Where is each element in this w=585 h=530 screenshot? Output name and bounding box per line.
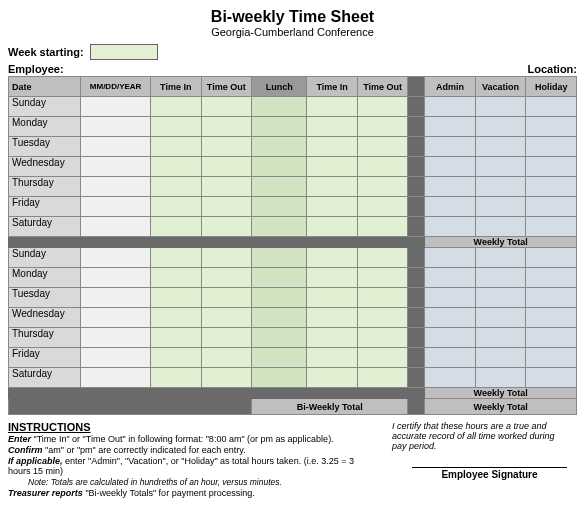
- lunch-cell[interactable]: [252, 117, 307, 137]
- lunch-cell[interactable]: [252, 368, 307, 388]
- date-cell[interactable]: [81, 137, 151, 157]
- time-out-1[interactable]: [201, 97, 252, 117]
- vacation-cell[interactable]: [475, 368, 526, 388]
- admin-cell[interactable]: [425, 248, 476, 268]
- time-in-1[interactable]: [150, 328, 201, 348]
- time-out-1[interactable]: [201, 348, 252, 368]
- vacation-cell[interactable]: [475, 328, 526, 348]
- holiday-cell[interactable]: [526, 268, 577, 288]
- admin-cell[interactable]: [425, 117, 476, 137]
- admin-cell[interactable]: [425, 97, 476, 117]
- time-out-2[interactable]: [357, 368, 408, 388]
- time-out-2[interactable]: [357, 288, 408, 308]
- admin-cell[interactable]: [425, 308, 476, 328]
- time-in-2[interactable]: [307, 137, 358, 157]
- time-out-1[interactable]: [201, 137, 252, 157]
- time-in-2[interactable]: [307, 268, 358, 288]
- lunch-cell[interactable]: [252, 217, 307, 237]
- vacation-cell[interactable]: [475, 97, 526, 117]
- time-in-2[interactable]: [307, 248, 358, 268]
- vacation-cell[interactable]: [475, 268, 526, 288]
- vacation-cell[interactable]: [475, 217, 526, 237]
- time-out-1[interactable]: [201, 308, 252, 328]
- admin-cell[interactable]: [425, 197, 476, 217]
- date-cell[interactable]: [81, 328, 151, 348]
- time-out-2[interactable]: [357, 197, 408, 217]
- time-out-1[interactable]: [201, 177, 252, 197]
- time-out-1[interactable]: [201, 268, 252, 288]
- holiday-cell[interactable]: [526, 117, 577, 137]
- date-cell[interactable]: [81, 248, 151, 268]
- time-out-2[interactable]: [357, 217, 408, 237]
- vacation-cell[interactable]: [475, 177, 526, 197]
- lunch-cell[interactable]: [252, 248, 307, 268]
- vacation-cell[interactable]: [475, 288, 526, 308]
- date-cell[interactable]: [81, 97, 151, 117]
- time-out-1[interactable]: [201, 117, 252, 137]
- admin-cell[interactable]: [425, 157, 476, 177]
- lunch-cell[interactable]: [252, 328, 307, 348]
- time-out-2[interactable]: [357, 137, 408, 157]
- time-in-1[interactable]: [150, 368, 201, 388]
- holiday-cell[interactable]: [526, 137, 577, 157]
- admin-cell[interactable]: [425, 348, 476, 368]
- time-out-2[interactable]: [357, 177, 408, 197]
- time-in-2[interactable]: [307, 97, 358, 117]
- time-in-1[interactable]: [150, 217, 201, 237]
- time-out-1[interactable]: [201, 288, 252, 308]
- date-cell[interactable]: [81, 368, 151, 388]
- time-in-2[interactable]: [307, 197, 358, 217]
- vacation-cell[interactable]: [475, 117, 526, 137]
- holiday-cell[interactable]: [526, 177, 577, 197]
- time-in-2[interactable]: [307, 348, 358, 368]
- lunch-cell[interactable]: [252, 268, 307, 288]
- holiday-cell[interactable]: [526, 328, 577, 348]
- lunch-cell[interactable]: [252, 177, 307, 197]
- time-in-1[interactable]: [150, 268, 201, 288]
- time-in-2[interactable]: [307, 157, 358, 177]
- time-in-2[interactable]: [307, 368, 358, 388]
- holiday-cell[interactable]: [526, 308, 577, 328]
- holiday-cell[interactable]: [526, 197, 577, 217]
- admin-cell[interactable]: [425, 288, 476, 308]
- time-in-1[interactable]: [150, 248, 201, 268]
- vacation-cell[interactable]: [475, 137, 526, 157]
- lunch-cell[interactable]: [252, 288, 307, 308]
- time-out-2[interactable]: [357, 97, 408, 117]
- date-cell[interactable]: [81, 217, 151, 237]
- time-out-1[interactable]: [201, 217, 252, 237]
- admin-cell[interactable]: [425, 137, 476, 157]
- time-in-1[interactable]: [150, 177, 201, 197]
- time-in-1[interactable]: [150, 197, 201, 217]
- time-in-2[interactable]: [307, 217, 358, 237]
- date-cell[interactable]: [81, 117, 151, 137]
- time-out-2[interactable]: [357, 157, 408, 177]
- time-in-1[interactable]: [150, 137, 201, 157]
- time-out-2[interactable]: [357, 348, 408, 368]
- vacation-cell[interactable]: [475, 308, 526, 328]
- holiday-cell[interactable]: [526, 157, 577, 177]
- time-in-1[interactable]: [150, 288, 201, 308]
- time-in-2[interactable]: [307, 328, 358, 348]
- date-cell[interactable]: [81, 268, 151, 288]
- lunch-cell[interactable]: [252, 308, 307, 328]
- date-cell[interactable]: [81, 157, 151, 177]
- vacation-cell[interactable]: [475, 197, 526, 217]
- date-cell[interactable]: [81, 308, 151, 328]
- date-cell[interactable]: [81, 177, 151, 197]
- time-in-1[interactable]: [150, 117, 201, 137]
- time-out-1[interactable]: [201, 197, 252, 217]
- time-out-1[interactable]: [201, 368, 252, 388]
- admin-cell[interactable]: [425, 368, 476, 388]
- holiday-cell[interactable]: [526, 348, 577, 368]
- holiday-cell[interactable]: [526, 97, 577, 117]
- time-out-2[interactable]: [357, 117, 408, 137]
- date-cell[interactable]: [81, 197, 151, 217]
- week-starting-input[interactable]: [90, 44, 158, 60]
- vacation-cell[interactable]: [475, 348, 526, 368]
- time-out-1[interactable]: [201, 157, 252, 177]
- date-cell[interactable]: [81, 348, 151, 368]
- lunch-cell[interactable]: [252, 97, 307, 117]
- holiday-cell[interactable]: [526, 288, 577, 308]
- holiday-cell[interactable]: [526, 217, 577, 237]
